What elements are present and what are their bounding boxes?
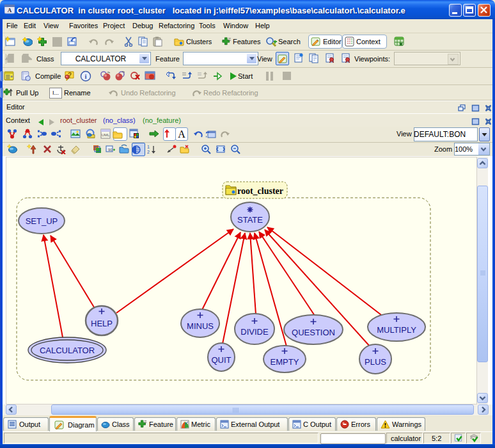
svg-text:MULTIPLY: MULTIPLY [377, 325, 416, 335]
svg-text:SET_UP: SET_UP [26, 216, 58, 226]
svg-text:UML: UML [102, 133, 110, 137]
svg-text:A: A [8, 7, 12, 13]
svg-text:HELP: HELP [91, 319, 113, 328]
svg-text:root_cluster: root_cluster [237, 186, 283, 196]
svg-text:STATE: STATE [237, 215, 263, 225]
svg-text:i: i [84, 72, 86, 80]
svg-text:90: 90 [108, 148, 113, 152]
svg-text:PLUS: PLUS [365, 357, 386, 367]
svg-text:2: 2 [147, 150, 150, 154]
svg-text:DIVIDE: DIVIDE [240, 327, 269, 337]
svg-text:CALCULATOR: CALCULATOR [40, 346, 95, 355]
svg-text:MINUS: MINUS [187, 321, 214, 331]
svg-text:1: 1 [147, 145, 150, 149]
svg-text:QUESTION: QUESTION [292, 328, 335, 337]
svg-text:QUIT: QUIT [211, 355, 231, 365]
svg-text:EMPTY: EMPTY [271, 357, 299, 367]
